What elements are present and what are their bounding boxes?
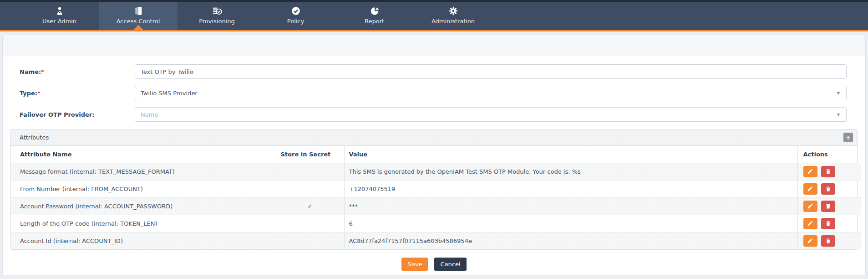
main-nav: User Admin Access Control Provisioning P… [0,2,868,30]
name-input[interactable] [135,64,847,79]
tab-label: Provisioning [199,18,235,25]
policy-icon [291,5,301,17]
chevron-down-icon: ▾ [837,111,840,118]
column-header-actions: Actions [797,146,861,163]
attributes-table: Attribute Name Store in Secret Value Act… [11,146,861,249]
attribute-value-cell: +12074075519 [344,180,797,197]
attribute-actions-cell [797,232,861,249]
edit-button[interactable] [803,235,817,247]
required-asterisk: * [41,68,44,75]
type-select-value: Twilio SMS Provider [141,90,837,97]
name-field-row: Name:* [3,64,865,79]
failover-field-row: Failover OTP Provider: Name ▾ [3,107,865,122]
column-header-store-in-secret: Store in Secret [276,146,344,163]
attribute-name-cell: Length of the OTP code (internal: TOKEN_… [11,215,276,232]
store-in-secret-cell [276,163,344,180]
failover-select-placeholder: Name [141,111,837,118]
edit-button[interactable] [803,166,817,177]
attribute-row: Length of the OTP code (internal: TOKEN_… [11,215,861,232]
failover-select[interactable]: Name ▾ [135,107,847,122]
tab-label: Report [365,18,384,25]
attributes-title: Attributes [11,134,843,141]
required-asterisk: * [37,90,41,97]
tab-label: Access Control [117,18,160,25]
add-attribute-button[interactable]: + [843,133,853,142]
access-control-icon [133,5,143,17]
attribute-name-cell: Account Id (internal: ACCOUNT_ID) [11,232,276,249]
tab-user-admin[interactable]: User Admin [20,2,99,30]
tab-report[interactable]: Report [335,2,414,30]
column-header-value: Value [344,146,797,163]
edit-button[interactable] [803,183,817,195]
attributes-header: Attributes + [11,129,857,146]
store-in-secret-cell checkmark-icon: ✓ [276,197,344,215]
tab-policy[interactable]: Policy [256,2,335,30]
attribute-actions-cell [797,163,861,180]
store-in-secret-cell [276,180,344,197]
edit-button[interactable] [803,218,817,229]
provisioning-icon [212,5,223,17]
delete-button[interactable] [821,166,835,177]
attribute-row: Message format (internal: TEXT_MESSAGE_F… [11,163,861,180]
cancel-button[interactable]: Cancel [434,258,466,271]
delete-button[interactable] [821,235,835,247]
attribute-name-cell: Message format (internal: TEXT_MESSAGE_F… [11,163,276,180]
attributes-section: Attributes + Attribute Name Store in Sec… [10,129,858,250]
attribute-actions-cell [797,197,861,215]
type-select[interactable]: Twilio SMS Provider ▾ [135,86,847,100]
tab-label: Policy [287,18,304,25]
attribute-actions-cell [797,180,861,197]
active-tab-pointer [133,25,143,30]
attribute-name-cell: From Number (internal: FROM_ACCOUNT) [11,180,276,197]
attribute-row: Account Id (internal: ACCOUNT_ID) AC8d77… [11,232,861,249]
accent-bar [0,30,868,31]
store-in-secret-cell [276,232,344,249]
save-button[interactable]: Save [401,258,428,271]
tab-provisioning[interactable]: Provisioning [178,2,256,30]
otp-provider-form: Name:* Type:* Twilio SMS Provider ▾ Fail… [3,56,865,271]
tab-label: User Admin [42,18,76,25]
name-label: Name:* [3,68,135,75]
tab-administration[interactable]: Administration [414,2,492,30]
user-icon [55,5,65,17]
edit-button[interactable] [803,201,817,212]
tab-label: Administration [431,18,475,25]
report-icon [370,5,380,17]
table-header-row: Attribute Name Store in Secret Value Act… [11,146,861,163]
attribute-row: From Number (internal: FROM_ACCOUNT) +12… [11,180,861,197]
delete-button[interactable] [821,218,835,229]
delete-button[interactable] [821,201,835,212]
attribute-row: Account Password (internal: ACCOUNT_PASS… [11,197,861,215]
type-field-row: Type:* Twilio SMS Provider ▾ [3,86,865,100]
failover-label: Failover OTP Provider: [3,111,135,118]
store-in-secret-cell [276,215,344,232]
attribute-name-cell: Account Password (internal: ACCOUNT_PASS… [11,197,276,215]
chevron-down-icon: ▾ [837,90,840,96]
attribute-value-cell: AC8d77fa24f7157f07115a603b4586954e [344,232,797,249]
type-label: Type:* [3,90,135,97]
attribute-actions-cell [797,215,861,232]
attribute-value-cell: *** [344,197,797,215]
content-panel: Name:* Type:* Twilio SMS Provider ▾ Fail… [2,35,866,275]
gear-icon [448,5,458,17]
column-header-attribute-name: Attribute Name [11,146,276,163]
delete-button[interactable] [821,183,835,195]
attribute-value-cell: 6 [344,215,797,232]
panel-header-band [3,35,865,56]
attribute-value-cell: This SMS is generated by the OpenIAM Tes… [344,163,797,180]
form-footer: Save Cancel [3,258,865,271]
